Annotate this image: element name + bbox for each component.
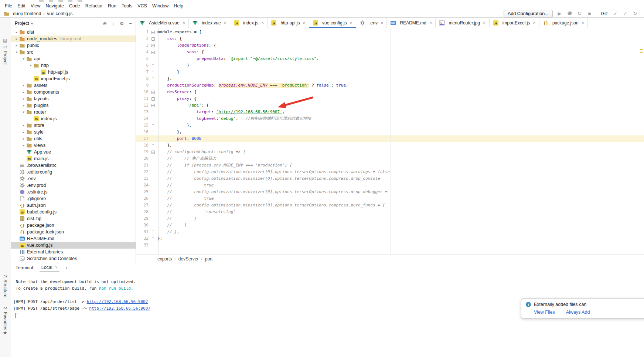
favorites-star-icon[interactable]: ★ [3,330,7,336]
close-tab-icon[interactable]: ✕ [483,21,486,25]
chevron-right-icon[interactable]: ▸ [21,84,26,87]
editor-breadcrumb-exports[interactable]: exports [157,256,172,262]
tree-row-plugins[interactable]: ▸plugins [11,102,136,109]
terminal-tab-local[interactable]: Local ✕ [40,264,59,272]
tree-row-package-json[interactable]: {}package.json [11,222,136,229]
tree-row-babel-config-js[interactable]: JSbabel.config.js [11,209,136,215]
fold-collapse-icon[interactable]: − [149,44,157,47]
chevron-right-icon[interactable]: ▸ [21,137,26,141]
editor-tab-http-api-js[interactable]: JShttp-api.js✕ [268,18,309,28]
menu-item-help[interactable]: Help [171,3,186,9]
fold-collapse-icon[interactable]: − [149,151,157,154]
tree-row-http-api-js[interactable]: JShttp-api.js [11,69,136,75]
fold-end-icon[interactable]: ^ [149,62,157,69]
notification-action-view-files[interactable]: View Files [534,310,555,315]
chevron-down-icon[interactable]: ▾ [31,21,33,26]
fold-collapse-icon[interactable]: − [149,37,157,41]
menu-item-vcs[interactable]: VCS [135,3,150,9]
editor-tab-index-js[interactable]: JSindex.js✕ [230,18,268,28]
inspection-tick[interactable] [640,52,643,53]
editor-tab-package-json[interactable]: {}package.json✕ [539,18,588,28]
menu-item-navigate[interactable]: Navigate [43,3,67,9]
tree-row-editorconfig[interactable]: .editorconfig [11,169,136,175]
close-tab-icon[interactable]: ✕ [582,21,585,25]
stripe-button-project[interactable]: 1: Project [3,46,8,65]
tree-row-env[interactable]: .env [11,175,136,182]
terminal-title[interactable]: Terminal: [16,265,34,270]
stripe-button-structure[interactable]: 7: Structure [3,275,8,297]
tree-row-app-vue[interactable]: App.vue [11,149,136,155]
inspection-tick[interactable] [640,49,643,50]
close-tab-icon[interactable]: ✕ [381,21,384,25]
tree-row-node-modules[interactable]: ▸node_moduleslibrary root [11,36,136,42]
editor-tab-env[interactable]: .env✕ [356,18,387,28]
close-tab-icon[interactable]: ✕ [183,21,185,25]
close-tab-icon[interactable]: ✕ [303,21,306,25]
terminal-token[interactable]: http://192.168.66.56:9007 [89,306,150,311]
tree-row-main-js[interactable]: JSmain.js [11,155,136,162]
chevron-down-icon[interactable]: ▾ [21,110,26,114]
chevron-down-icon[interactable]: ▾ [14,50,19,54]
tree-row-scratches-and-consoles[interactable]: Scratches and Consoles [11,255,136,262]
editor-breadcrumb-port[interactable]: port [205,256,213,262]
editor-tab-asidemenu-vue[interactable]: AsideMenu.vue✕ [136,18,189,28]
tree-row-external-libraries[interactable]: External Libraries [11,249,136,255]
tree-row-readme-md[interactable]: MDREADME.md [11,235,136,242]
breadcrumb-item-duoji-frontend[interactable]: duoji-frontend [13,11,41,16]
menu-item-file[interactable]: File [2,3,15,9]
chevron-right-icon[interactable]: ▸ [21,97,26,101]
tree-row-store[interactable]: ▸store [11,122,136,129]
chevron-right-icon[interactable]: ▸ [21,90,26,94]
tree-row-public[interactable]: ▸public [11,42,136,49]
menu-item-tools[interactable]: Tools [119,3,135,9]
editor-breadcrumb-devserver[interactable]: devServer [178,256,199,262]
tree-row-components[interactable]: ▸components [11,89,136,95]
tree-row-dist[interactable]: ▸dist [11,29,136,36]
editor-tab-index-vue[interactable]: index.vue✕ [189,18,230,28]
close-tab-icon[interactable]: ✕ [429,21,432,25]
editor-tab-readme-md[interactable]: MDREADME.md✕ [387,18,436,28]
tree-row-gitignore[interactable]: .gitignore [11,195,136,202]
close-tab-icon[interactable]: ✕ [224,21,227,25]
locate-file-icon[interactable]: ⊕ [103,21,107,26]
tree-row-views[interactable]: ▸views [11,142,136,149]
chevron-right-icon[interactable]: ▸ [14,30,19,34]
git-commit-icon[interactable]: ✓ [622,11,628,17]
gear-icon[interactable]: ⚙ [120,21,124,26]
menu-item-window[interactable]: Window [150,3,171,9]
close-tab-icon[interactable]: ✕ [261,21,264,25]
fold-collapse-icon[interactable]: − [149,31,157,34]
coverage-icon[interactable]: ↻ [577,11,583,17]
editor-tab-menurouter-jpg[interactable]: menuRouter.jpg✕ [436,18,489,28]
tree-row-utils[interactable]: ▸utils [11,135,136,142]
fold-end-icon[interactable]: ^ [149,122,157,129]
close-icon[interactable]: ✕ [55,266,58,269]
chevron-right-icon[interactable]: ▸ [21,144,26,147]
tree-row-assets[interactable]: ▸assets [11,82,136,89]
close-tab-icon[interactable]: ✕ [533,21,536,25]
menu-item-refactor[interactable]: Refactor [83,3,105,9]
chevron-right-icon[interactable]: ▸ [21,130,26,134]
menu-item-run[interactable]: Run [105,3,119,9]
add-configuration-button[interactable]: Add Configuration... [504,10,553,17]
fold-end-icon[interactable]: ^ [149,229,157,235]
tree-row-auth-json[interactable]: {}auth.json [11,202,136,209]
git-history-icon[interactable]: ↻ [632,11,638,17]
fold-end-icon[interactable]: ^ [149,142,157,149]
menu-item-view[interactable]: View [28,3,43,9]
stop-icon[interactable]: ■ [587,11,593,17]
tree-row-package-lock-json[interactable]: {}package-lock.json [11,229,136,235]
chevron-right-icon[interactable]: ▸ [21,124,26,127]
new-terminal-icon[interactable]: + [65,265,68,271]
fold-collapse-icon[interactable]: − [149,51,157,54]
tree-row-env-prod[interactable]: .env.prod [11,182,136,189]
run-icon[interactable]: ▶ [557,11,563,17]
fold-collapse-icon[interactable]: − [149,91,157,94]
tree-row-importexcel-js[interactable]: JSimportExcel.js [11,75,136,82]
fold-end-icon[interactable]: ^ [149,235,157,242]
tool-window-icon[interactable]: ▤ [3,38,7,43]
tree-row-dist-zip[interactable]: dist.zip [11,215,136,222]
tree-row-eslintrc-js[interactable]: .eslintrc.js [11,189,136,195]
chevron-down-icon[interactable]: ▾ [21,57,26,61]
collapse-all-icon[interactable]: ↕ [112,21,115,26]
